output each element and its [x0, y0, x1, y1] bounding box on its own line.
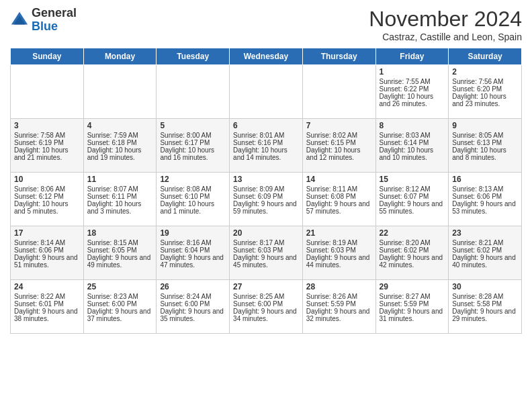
cell-3-0: 17Sunrise: 8:14 AMSunset: 6:06 PMDayligh…: [11, 226, 84, 280]
day-info: Daylight: 10 hours and 16 minutes.: [160, 146, 226, 161]
day-info: Sunset: 6:06 PM: [452, 193, 518, 200]
day-info: Sunrise: 8:15 AM: [87, 239, 153, 246]
day-info: Daylight: 9 hours and 59 minutes.: [233, 200, 299, 215]
day-info: Sunrise: 8:00 AM: [160, 132, 226, 139]
header: General Blue November 2024 Castraz, Cast…: [10, 7, 522, 42]
day-info: Daylight: 9 hours and 37 minutes.: [87, 308, 153, 322]
cell-3-6: 23Sunrise: 8:21 AMSunset: 6:02 PMDayligh…: [449, 226, 522, 280]
day-info: Daylight: 10 hours and 3 minutes.: [87, 200, 153, 215]
day-info: Daylight: 9 hours and 51 minutes.: [14, 254, 80, 269]
day-info: Sunrise: 8:24 AM: [160, 293, 226, 300]
logo-icon: [10, 11, 29, 30]
day-info: Sunset: 6:00 PM: [87, 300, 153, 308]
logo-general: General: [32, 6, 77, 19]
day-info: Sunset: 6:01 PM: [14, 300, 80, 308]
logo-text: General Blue: [32, 7, 77, 34]
day-info: Sunrise: 8:19 AM: [306, 239, 372, 246]
cell-4-0: 24Sunrise: 8:22 AMSunset: 6:01 PMDayligh…: [11, 280, 84, 334]
day-info: Sunset: 6:02 PM: [452, 246, 518, 254]
cell-1-6: 9Sunrise: 8:05 AMSunset: 6:13 PMDaylight…: [449, 119, 522, 173]
title-block: November 2024 Castraz, Castille and Leon…: [369, 7, 522, 42]
day-info: Sunrise: 8:08 AM: [160, 185, 226, 193]
calendar-header: Sunday Monday Tuesday Wednesday Thursday…: [11, 48, 522, 65]
calendar: Sunday Monday Tuesday Wednesday Thursday…: [10, 48, 522, 334]
day-info: Daylight: 10 hours and 1 minute.: [160, 200, 226, 215]
day-info: Sunset: 6:03 PM: [306, 246, 372, 254]
day-info: Sunrise: 8:26 AM: [306, 293, 372, 300]
cell-3-2: 19Sunrise: 8:16 AMSunset: 6:04 PMDayligh…: [157, 226, 230, 280]
cell-0-6: 2Sunrise: 7:56 AMSunset: 6:20 PMDaylight…: [449, 65, 522, 119]
day-info: Sunrise: 8:11 AM: [306, 185, 372, 193]
day-info: Daylight: 10 hours and 26 minutes.: [380, 93, 445, 107]
cell-3-5: 22Sunrise: 8:20 AMSunset: 6:02 PMDayligh…: [375, 226, 449, 280]
day-info: Daylight: 10 hours and 5 minutes.: [14, 200, 80, 215]
day-number: 15: [380, 175, 445, 184]
col-monday: Monday: [83, 48, 157, 65]
day-number: 16: [452, 175, 518, 184]
day-info: Daylight: 9 hours and 57 minutes.: [306, 200, 372, 215]
day-number: 12: [160, 175, 226, 184]
day-info: Sunset: 6:18 PM: [87, 139, 153, 146]
day-number: 9: [452, 121, 518, 130]
day-info: Daylight: 9 hours and 32 minutes.: [306, 308, 372, 322]
day-info: Sunset: 6:05 PM: [87, 246, 153, 254]
day-number: 27: [233, 282, 299, 291]
day-number: 23: [452, 228, 518, 238]
cell-4-6: 30Sunrise: 8:28 AMSunset: 5:58 PMDayligh…: [449, 280, 522, 334]
day-info: Daylight: 9 hours and 29 minutes.: [452, 308, 518, 322]
cell-3-4: 21Sunrise: 8:19 AMSunset: 6:03 PMDayligh…: [302, 226, 375, 280]
day-info: Daylight: 10 hours and 8 minutes.: [452, 146, 518, 161]
day-number: 10: [14, 175, 80, 184]
page: General Blue November 2024 Castraz, Cast…: [0, 0, 532, 411]
day-number: 6: [233, 121, 299, 130]
day-info: Sunrise: 8:16 AM: [160, 239, 226, 246]
cell-2-4: 14Sunrise: 8:11 AMSunset: 6:08 PMDayligh…: [302, 173, 375, 226]
day-number: 24: [14, 282, 80, 291]
day-info: Daylight: 9 hours and 31 minutes.: [380, 308, 445, 322]
day-info: Sunset: 6:06 PM: [14, 246, 80, 254]
day-info: Daylight: 9 hours and 42 minutes.: [380, 254, 445, 269]
day-info: Sunrise: 8:12 AM: [380, 185, 445, 193]
day-info: Sunrise: 8:20 AM: [380, 239, 445, 246]
day-info: Sunset: 6:15 PM: [306, 139, 372, 146]
cell-4-3: 27Sunrise: 8:25 AMSunset: 6:00 PMDayligh…: [230, 280, 303, 334]
day-info: Sunrise: 7:55 AM: [380, 78, 445, 85]
cell-4-2: 26Sunrise: 8:24 AMSunset: 6:00 PMDayligh…: [157, 280, 230, 334]
cell-0-0: [11, 65, 84, 119]
cell-2-3: 13Sunrise: 8:09 AMSunset: 6:09 PMDayligh…: [230, 173, 303, 226]
day-info: Sunset: 6:11 PM: [87, 193, 153, 200]
day-info: Daylight: 9 hours and 35 minutes.: [160, 308, 226, 322]
day-info: Sunset: 6:14 PM: [380, 139, 445, 146]
cell-1-5: 8Sunrise: 8:03 AMSunset: 6:14 PMDaylight…: [375, 119, 449, 173]
day-number: 22: [380, 228, 445, 238]
day-info: Sunrise: 8:07 AM: [87, 185, 153, 193]
cell-0-2: [157, 65, 230, 119]
day-info: Daylight: 9 hours and 47 minutes.: [160, 254, 226, 269]
day-info: Sunrise: 7:59 AM: [87, 132, 153, 139]
week-row-5: 24Sunrise: 8:22 AMSunset: 6:01 PMDayligh…: [11, 280, 522, 334]
day-info: Sunset: 6:16 PM: [233, 139, 299, 146]
day-number: 4: [87, 121, 153, 130]
day-number: 2: [452, 67, 518, 77]
month-title: November 2024: [369, 7, 522, 32]
day-info: Sunset: 6:12 PM: [14, 193, 80, 200]
location: Castraz, Castille and Leon, Spain: [369, 32, 522, 42]
day-info: Daylight: 10 hours and 14 minutes.: [233, 146, 299, 161]
week-row-1: 1Sunrise: 7:55 AMSunset: 6:22 PMDaylight…: [11, 65, 522, 119]
day-info: Sunrise: 8:22 AM: [14, 293, 80, 300]
cell-1-4: 7Sunrise: 8:02 AMSunset: 6:15 PMDaylight…: [302, 119, 375, 173]
day-info: Daylight: 9 hours and 45 minutes.: [233, 254, 299, 269]
day-number: 11: [87, 175, 153, 184]
day-info: Sunrise: 8:28 AM: [452, 293, 518, 300]
cell-0-4: [302, 65, 375, 119]
day-info: Sunrise: 8:01 AM: [233, 132, 299, 139]
day-info: Sunrise: 7:56 AM: [452, 78, 518, 85]
day-info: Sunset: 6:07 PM: [380, 193, 445, 200]
cell-1-0: 3Sunrise: 7:58 AMSunset: 6:19 PMDaylight…: [11, 119, 84, 173]
day-info: Sunset: 5:59 PM: [380, 300, 445, 308]
day-number: 20: [233, 228, 299, 238]
col-wednesday: Wednesday: [230, 48, 303, 65]
day-number: 17: [14, 228, 80, 238]
day-info: Sunset: 5:58 PM: [452, 300, 518, 308]
day-info: Sunrise: 8:06 AM: [14, 185, 80, 193]
